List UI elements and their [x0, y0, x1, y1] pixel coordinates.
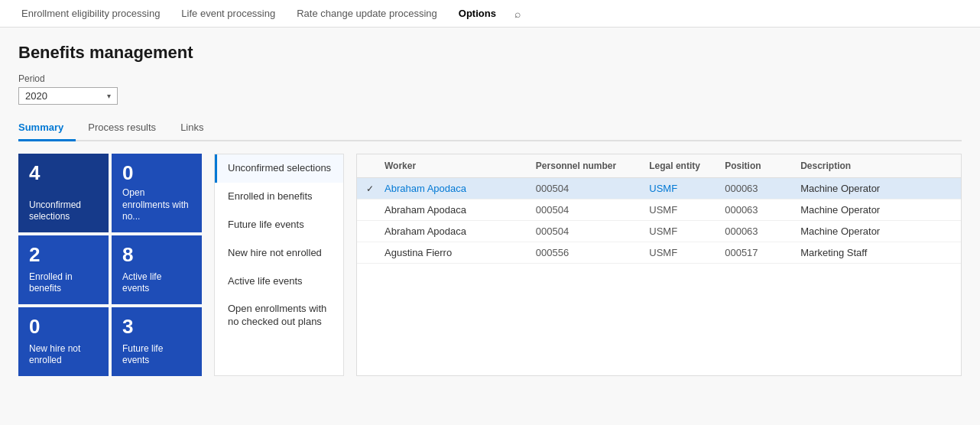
tile-grid: 4 Unconfirmed selections 0 Open enrollme… — [18, 154, 202, 376]
row-0-description: Machine Operator — [800, 183, 952, 194]
tile-label-new-hire: New hire not enrolled — [29, 343, 98, 367]
tile-new-hire[interactable]: 0 New hire not enrolled — [18, 307, 109, 376]
tile-number-active: 8 — [122, 245, 191, 264]
col-legal-header[interactable]: Legal entity — [649, 161, 725, 171]
row-2-position: 000063 — [725, 225, 800, 237]
main-content: Benefits management Period 2020 ▾ Summar… — [0, 28, 980, 425]
sidebar-item-active-life-events[interactable]: Active life events — [215, 268, 343, 296]
tile-number-unconfirmed: 4 — [29, 163, 98, 183]
row-3-worker[interactable]: Agustina Fierro — [385, 247, 536, 258]
row-0-worker[interactable]: Abraham Apodaca — [385, 183, 536, 194]
table-row[interactable]: ✓ Abraham Apodaca 000504 USMF 000063 Mac… — [357, 178, 961, 200]
tile-number-future: 3 — [122, 316, 191, 336]
sidebar-item-open-enrollments-no-checkout[interactable]: Open enrollments with no checked out pla… — [215, 295, 343, 336]
tile-open-enrollments[interactable]: 0 Open enrollments with no... — [112, 154, 202, 232]
row-2-worker[interactable]: Abraham Apodaca — [385, 225, 536, 237]
tile-active-life-events[interactable]: 8 Active life events — [112, 235, 202, 304]
tile-label-active: Active life events — [122, 271, 191, 295]
tile-label-future: Future life events — [122, 343, 191, 367]
page-title: Benefits management — [18, 43, 962, 63]
nav-enrollment-eligibility[interactable]: Enrollment eligibility processing — [12, 2, 169, 25]
sidebar-item-future-life-events[interactable]: Future life events — [215, 211, 343, 239]
row-1-worker[interactable]: Abraham Apodaca — [385, 204, 536, 216]
row-0-check: ✓ — [366, 183, 385, 194]
tab-links[interactable]: Links — [180, 115, 216, 141]
tile-number-enrolled: 2 — [29, 245, 98, 264]
sidebar-item-unconfirmed-selections[interactable]: Unconfirmed selections — [215, 154, 343, 183]
row-2-personnel: 000504 — [536, 225, 649, 237]
col-position-header[interactable]: Position — [725, 161, 800, 171]
row-0-legal[interactable]: USMF — [649, 183, 725, 194]
period-select[interactable]: 2020 ▾ — [18, 87, 118, 105]
row-3-legal: USMF — [649, 247, 725, 258]
nav-rate-change[interactable]: Rate change update processing — [287, 2, 446, 25]
row-0-position: 000063 — [725, 183, 800, 194]
table-row[interactable]: Abraham Apodaca 000504 USMF 000063 Machi… — [357, 221, 961, 242]
col-personnel-header[interactable]: Personnel number — [536, 161, 649, 171]
tile-label-open: Open enrollments with no... — [122, 187, 191, 223]
sidebar-menu: Unconfirmed selections Enrolled in benef… — [214, 154, 344, 376]
tab-summary[interactable]: Summary — [18, 115, 76, 141]
tile-unconfirmed-selections[interactable]: 4 Unconfirmed selections — [18, 154, 109, 232]
tab-bar: Summary Process results Links — [18, 115, 962, 141]
row-1-position: 000063 — [725, 204, 800, 216]
chevron-down-icon: ▾ — [107, 92, 111, 100]
row-2-legal: USMF — [649, 225, 725, 237]
sidebar-item-enrolled-benefits[interactable]: Enrolled in benefits — [215, 183, 343, 211]
tile-number-new-hire: 0 — [29, 316, 98, 336]
tile-number-open: 0 — [122, 163, 191, 183]
sidebar-item-new-hire-not-enrolled[interactable]: New hire not enrolled — [215, 239, 343, 268]
period-value: 2020 — [25, 90, 47, 102]
col-worker-header[interactable]: Worker — [385, 161, 536, 171]
tile-label-enrolled: Enrolled in benefits — [29, 271, 98, 295]
search-icon[interactable]: ⌕ — [514, 8, 521, 20]
table-header: Worker Personnel number Legal entity Pos… — [357, 154, 961, 178]
row-3-personnel: 000556 — [536, 247, 649, 258]
row-3-description: Marketing Staff — [800, 247, 952, 258]
tile-enrolled-benefits[interactable]: 2 Enrolled in benefits — [18, 235, 109, 304]
period-label: Period — [18, 73, 962, 84]
tab-process-results[interactable]: Process results — [88, 115, 168, 141]
top-navigation: Enrollment eligibility processing Life e… — [0, 0, 980, 28]
tile-future-life-events[interactable]: 3 Future life events — [112, 307, 202, 376]
table-area: Worker Personnel number Legal entity Pos… — [356, 154, 962, 376]
row-0-personnel: 000504 — [536, 183, 649, 194]
content-layout: 4 Unconfirmed selections 0 Open enrollme… — [18, 154, 962, 376]
row-3-position: 000517 — [725, 247, 800, 258]
tile-label-unconfirmed: Unconfirmed selections — [29, 200, 98, 223]
row-1-description: Machine Operator — [800, 204, 952, 216]
nav-options[interactable]: Options — [449, 2, 505, 25]
col-description-header[interactable]: Description — [800, 161, 952, 171]
nav-life-event-processing[interactable]: Life event processing — [172, 2, 284, 25]
table-row[interactable]: Agustina Fierro 000556 USMF 000517 Marke… — [357, 242, 961, 264]
row-1-personnel: 000504 — [536, 204, 649, 216]
row-2-description: Machine Operator — [800, 225, 952, 237]
table-row[interactable]: Abraham Apodaca 000504 USMF 000063 Machi… — [357, 200, 961, 221]
row-1-legal: USMF — [649, 204, 725, 216]
